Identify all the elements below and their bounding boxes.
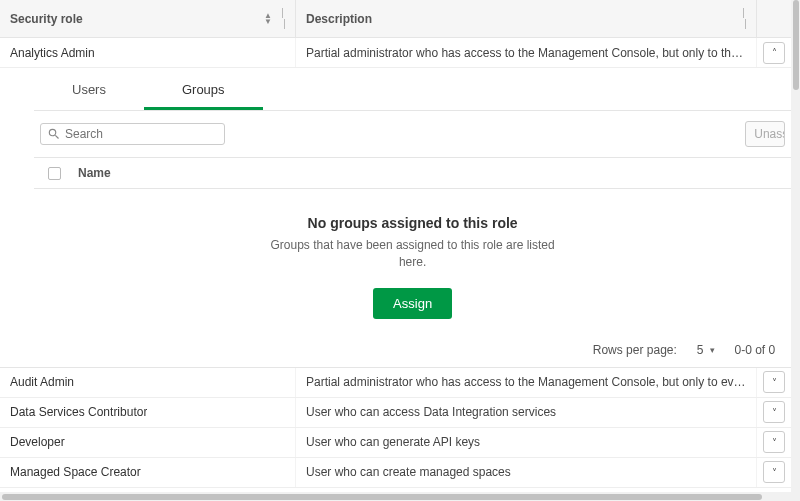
tab-users[interactable]: Users: [34, 72, 144, 110]
column-header-label: Description: [306, 12, 372, 26]
cell-description: User who can create managed spaces: [306, 465, 511, 479]
inner-pagination: Rows per page: 5 ▾ 0-0 of 0: [34, 333, 791, 367]
empty-body: Groups that have been assigned to this r…: [263, 237, 563, 272]
rows-per-page-label: Rows per page:: [593, 343, 677, 357]
chevron-down-icon: ˅: [772, 407, 777, 418]
main-content: Security role ▲▼ Description Analytics A…: [0, 0, 791, 501]
cell-description: Partial administrator who has access to …: [306, 375, 746, 389]
page-range: 0-0 of 0: [735, 343, 776, 357]
chevron-down-icon: ˅: [772, 437, 777, 448]
expand-row-button[interactable]: ˅: [763, 371, 785, 393]
cell-description: User who can access Data Integration ser…: [306, 405, 556, 419]
table-row[interactable]: Analytics Admin Partial administrator wh…: [0, 38, 791, 68]
expand-row-button[interactable]: ˅: [763, 401, 785, 423]
empty-title: No groups assigned to this role: [44, 215, 781, 231]
cell-role: Audit Admin: [10, 375, 74, 389]
column-header-security-role[interactable]: Security role ▲▼: [0, 0, 296, 37]
table-row[interactable]: Managed Space CreatorUser who can create…: [0, 458, 791, 488]
table-row[interactable]: DeveloperUser who can generate API keys˅: [0, 428, 791, 458]
column-resize-handle-icon[interactable]: [282, 8, 285, 29]
column-header-expand: [757, 0, 791, 37]
expand-row-button[interactable]: ˅: [763, 431, 785, 453]
horizontal-scrollbar[interactable]: [0, 492, 791, 501]
expand-row-button[interactable]: ˅: [763, 461, 785, 483]
chevron-down-icon: ˅: [772, 377, 777, 388]
assign-button[interactable]: Assign: [373, 288, 452, 319]
table-body: Audit AdminPartial administrator who has…: [0, 368, 791, 488]
column-header-label: Security role: [10, 12, 83, 26]
chevron-up-icon: ˄: [772, 47, 777, 58]
unassign-button: Unassign: [745, 121, 785, 147]
cell-role: Analytics Admin: [10, 46, 95, 60]
search-icon: [47, 127, 61, 141]
tab-groups[interactable]: Groups: [144, 72, 263, 110]
vertical-scrollbar-thumb[interactable]: [793, 0, 799, 90]
table-header-row: Security role ▲▼ Description: [0, 0, 791, 38]
table-row[interactable]: Data Services ContributorUser who can ac…: [0, 398, 791, 428]
column-header-description[interactable]: Description: [296, 0, 757, 37]
table-row[interactable]: Audit AdminPartial administrator who has…: [0, 368, 791, 398]
cell-description: Partial administrator who has access to …: [306, 46, 746, 60]
chevron-down-icon: ▾: [710, 345, 715, 355]
select-all-cell[interactable]: [34, 158, 74, 188]
inner-table-header: Name: [34, 157, 791, 189]
cell-description: User who can generate API keys: [306, 435, 480, 449]
search-input[interactable]: [65, 127, 218, 141]
horizontal-scrollbar-thumb[interactable]: [2, 494, 762, 500]
detail-tabs: Users Groups: [34, 72, 791, 111]
inner-column-header-name[interactable]: Name: [74, 158, 791, 188]
chevron-down-icon: ˅: [772, 467, 777, 478]
vertical-scrollbar[interactable]: [791, 0, 800, 501]
detail-toolbar: Unassign: [34, 111, 791, 157]
collapse-row-button[interactable]: ˄: [763, 42, 785, 64]
sort-icon[interactable]: ▲▼: [264, 13, 272, 25]
select-all-checkbox[interactable]: [48, 167, 61, 180]
empty-state: No groups assigned to this role Groups t…: [34, 189, 791, 333]
column-resize-handle-icon[interactable]: [743, 8, 746, 29]
row-detail-panel: Users Groups Unassign Name: [0, 72, 791, 368]
cell-role: Developer: [10, 435, 65, 449]
cell-role: Data Services Contributor: [10, 405, 147, 419]
search-input-wrapper[interactable]: [40, 123, 225, 145]
rows-per-page-value: 5: [697, 343, 704, 357]
cell-role: Managed Space Creator: [10, 465, 141, 479]
rows-per-page-select[interactable]: 5 ▾: [697, 343, 715, 357]
